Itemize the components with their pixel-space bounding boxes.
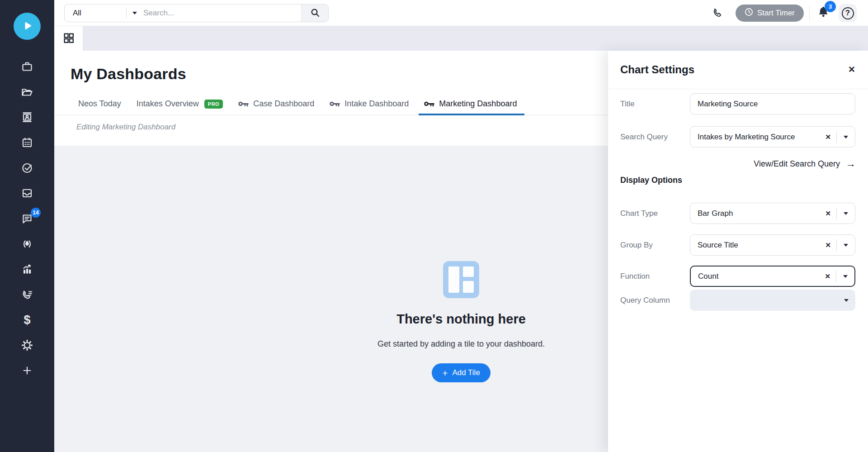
sidebar-item-settings[interactable] [16,338,38,352]
tab-neos-today[interactable]: Neos Today [78,93,121,115]
help-button[interactable]: ? [839,4,857,22]
chevron-down-icon [844,299,849,302]
topbar-divider [809,5,810,21]
chevron-down-icon [844,244,848,247]
function-value: Count [691,272,819,281]
page-title: My Dashboards [71,65,186,83]
bar-chart-trend-icon [20,262,34,276]
start-timer-button[interactable]: Start Timer [736,5,804,22]
sidebar-item-call-log[interactable] [16,288,38,301]
dropdown-toggle[interactable] [837,299,855,302]
view-edit-search-query-link[interactable]: View/Edit Search Query → [754,159,856,169]
phone-icon [712,6,724,20]
sidebar-item-calendar[interactable] [16,136,38,149]
arrow-right-icon: → [846,159,856,169]
tab-label: Neos Today [78,99,121,109]
search-button[interactable] [301,5,328,22]
clear-icon[interactable]: ✕ [819,272,836,281]
check-circle-icon [20,161,34,175]
dollar-icon: $ [24,313,30,327]
contact-card-icon [20,110,34,124]
search-input[interactable] [143,9,301,18]
phone-log-icon [20,288,34,301]
messages-count-badge: 14 [31,208,41,218]
function-select[interactable]: Count ✕ [690,266,855,287]
group-by-field-label: Group By [620,234,653,256]
clear-icon[interactable]: ✕ [820,133,836,141]
sidebar-item-documents[interactable] [16,85,38,99]
function-field-label: Function [620,266,650,287]
sidebar-item-timers[interactable] [16,237,38,251]
tab-label: Intake Dashboard [344,99,409,109]
chart-type-value: Bar Graph [690,209,820,218]
sidebar-item-tasks[interactable] [16,161,38,175]
search-icon [310,7,321,19]
title-field-label: Title [620,93,635,114]
query-column-select[interactable] [690,290,855,311]
dropdown-toggle[interactable] [836,275,854,278]
start-timer-label: Start Timer [757,9,795,18]
tile-view-button[interactable] [54,26,83,51]
sidebar-item-intake[interactable] [16,186,38,200]
chart-type-select[interactable]: Bar Graph ✕ [690,203,855,224]
sidebar-item-messages[interactable]: 14 [16,212,38,225]
close-icon[interactable]: ✕ [848,64,855,75]
view-edit-label: View/Edit Search Query [754,159,840,169]
chart-title-input[interactable] [690,93,855,114]
chevron-down-icon [844,136,848,138]
dropdown-toggle[interactable] [837,212,855,215]
topbar: All Start Timer 3 ? [54,0,868,26]
sidebar-item-cases[interactable] [16,60,38,73]
play-logo-icon [20,19,34,34]
sidebar-item-reports[interactable] [16,262,38,276]
global-search-bar: All [64,4,329,22]
display-options-heading: Display Options [620,176,682,185]
clock-icon [745,8,753,19]
add-tile-label: Add Tile [452,368,480,377]
question-icon: ? [842,7,854,19]
tab-intake-dashboard[interactable]: Intake Dashboard [330,93,409,115]
clear-icon[interactable]: ✕ [820,241,836,249]
chart-type-field-label: Chart Type [620,203,658,224]
tab-label: Case Dashboard [253,99,314,109]
tab-label: Marketing Dashboard [439,99,517,109]
folder-open-icon [20,85,34,99]
app-logo-button[interactable] [14,13,41,40]
plus-icon [20,364,34,377]
query-column-field-label: Query Column [620,290,670,311]
tab-intakes-overview[interactable]: Intakes Overview PRO [137,93,223,115]
key-icon [424,100,434,108]
sidebar-item-billing[interactable]: $ [16,313,38,327]
bell-icon [817,13,830,20]
tab-case-dashboard[interactable]: Case Dashboard [238,93,314,115]
tab-marketing-dashboard[interactable]: Marketing Dashboard [424,93,517,115]
clear-icon[interactable]: ✕ [820,209,836,218]
sidebar-item-contacts[interactable] [16,110,38,124]
editing-note: Editing Marketing Dashboard [76,123,175,132]
search-scope-select[interactable]: All [65,9,126,18]
key-icon [238,100,249,108]
droplet-gauge-icon [20,237,34,251]
group-by-select[interactable]: Source Title ✕ [690,234,855,256]
phone-button[interactable] [712,6,724,20]
dropdown-toggle[interactable] [837,136,855,138]
sidebar: 14 $ [0,0,54,452]
notifications-count-badge: 3 [825,1,836,12]
notifications-button[interactable]: 3 [817,5,830,21]
topbar-actions: Start Timer 3 ? [712,0,857,26]
sidebar-item-add[interactable] [16,364,38,377]
dropdown-toggle[interactable] [837,244,855,247]
sidebar-nav: 14 $ [16,60,38,377]
dashboard-toolbar [54,26,868,51]
group-by-value: Source Title [690,241,820,250]
search-query-field-label: Search Query [620,126,668,147]
tab-label: Intakes Overview [137,99,199,109]
grid-icon [62,32,75,46]
chevron-down-icon[interactable] [132,12,137,14]
search-query-value: Intakes by Marketing Source [690,133,820,142]
add-tile-button[interactable]: + Add Tile [432,363,491,382]
settings-gear-icon [20,338,34,352]
search-query-select[interactable]: Intakes by Marketing Source ✕ [690,126,855,147]
inbox-tray-icon [20,186,34,200]
empty-layout-icon [443,292,480,300]
